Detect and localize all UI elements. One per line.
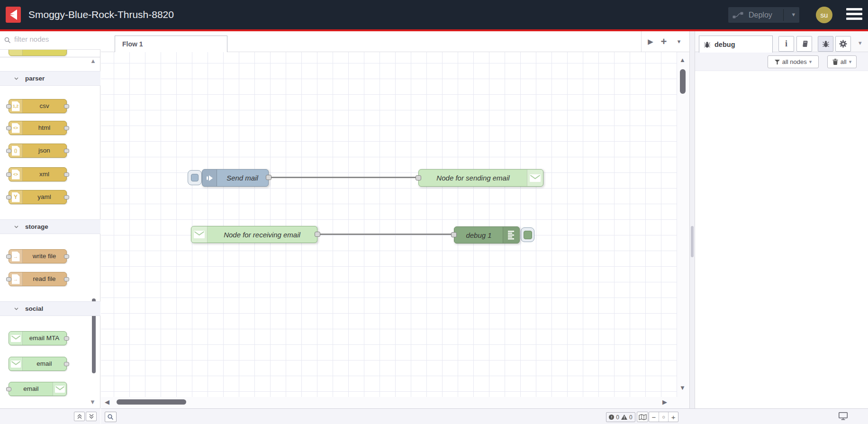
palette-node-xml[interactable]: <> xml [9,167,67,181]
zoom-controls: − ○ + [649,412,678,422]
filter-label: all nodes [782,58,807,65]
node-label: Send mail [217,170,268,186]
node-red-logo-icon [6,7,21,23]
filter-nodes-input[interactable] [13,35,96,44]
flow-list-chevron-button[interactable]: ▾ [671,31,687,52]
bug-icon [822,40,830,48]
tab-flow-1[interactable]: Flow 1 [115,36,227,53]
sidebar-tabs-chevron-icon[interactable]: ▾ [859,40,862,46]
sidebar-separator[interactable] [689,31,695,408]
minimap-button[interactable] [637,412,648,422]
info-icon: i [785,39,787,49]
map-icon [639,414,647,420]
open-window-button[interactable] [839,412,848,422]
input-port[interactable] [416,175,421,180]
flow-canvas[interactable] [101,52,689,398]
main-menu-button[interactable] [846,8,862,21]
palette-scroll-down-icon[interactable]: ▼ [90,399,96,405]
chevron-down-icon [14,226,18,228]
canvas-scroll-left-icon[interactable]: ◀ [105,399,109,405]
canvas-node-send-mail[interactable]: Send mail [202,169,269,187]
filter-icon [775,60,780,64]
tab-debug[interactable]: debug [699,36,773,53]
canvas-vscroll-track [677,52,689,398]
search-icon [108,414,114,420]
canvas-hscroll-track [101,397,689,408]
zoom-out-button[interactable]: − [649,412,659,422]
canvas-scroll-right-icon[interactable]: ▶ [662,399,667,405]
envelope-icon [191,226,208,243]
warning-icon [621,415,627,420]
envelope-icon [9,332,23,345]
zoom-reset-button[interactable]: ○ [659,412,669,422]
canvas-node-sending-email[interactable]: Node for sending email [418,169,543,187]
input-port [6,254,11,259]
palette-category-parser[interactable]: parser [0,71,100,86]
canvas-node-debug-1[interactable]: debug 1 [454,226,520,244]
palette-search [0,31,100,50]
page-title: Smoggy-Blue-Rock-Thrush-8820 [28,0,174,29]
inject-arrow-icon [202,170,217,186]
add-flow-button[interactable]: + [656,31,671,52]
user-avatar[interactable]: su [816,7,832,23]
envelope-icon [9,357,23,370]
node-label: Node for receiving email [207,226,317,243]
debug-filter-dropdown[interactable]: all nodes ▾ [768,55,819,68]
palette-category-social[interactable]: social [0,301,100,316]
zoom-in-button[interactable]: + [668,412,678,422]
output-port [64,149,69,153]
palette-node-yaml[interactable]: Y yaml [9,190,67,204]
palette-node-csv[interactable]: 1,2 csv [9,99,67,113]
tab-scroll-right-button[interactable]: ▶ [643,31,658,52]
debug-tab-label: debug [714,41,735,48]
search-icon [4,37,11,44]
palette-node-html[interactable]: <> html [9,121,67,135]
palette-node-write-file[interactable]: → write file [9,249,67,263]
expand-all-categories-button[interactable] [86,412,97,421]
debug-clear-dropdown[interactable]: all ▾ [827,55,857,68]
palette-divider [0,57,100,57]
canvas-scroll-down-icon[interactable]: ▼ [679,385,686,391]
config-nodes-tab-button[interactable] [835,36,851,52]
debug-tab-button[interactable] [818,36,833,52]
output-port [64,172,69,177]
deploy-button[interactable]: Deploy ▾ [728,7,799,23]
envelope-icon [527,170,543,186]
debug-message-list[interactable] [695,71,868,424]
input-port [6,149,11,153]
debug-sidebar: debug i [695,31,868,424]
wire-email-to-debug[interactable] [317,234,454,235]
canvas-hscrollbar-thumb[interactable] [117,399,186,405]
canvas-node-receiving-email[interactable]: Node for receiving email [191,226,317,243]
collapse-all-categories-button[interactable] [74,412,85,421]
chevron-down-icon [14,307,18,310]
debug-list-icon [503,227,519,243]
debug-toggle-button[interactable] [521,227,534,242]
palette-node-email-mta[interactable]: email MTA [9,331,67,345]
flow-tab-label: Flow 1 [122,36,227,52]
output-port[interactable] [315,232,320,237]
canvas-vscrollbar-thumb[interactable] [680,69,686,94]
input-port [6,172,11,177]
envelope-icon [53,382,66,396]
canvas-scroll-up-icon[interactable]: ▲ [679,57,686,63]
notification-counts[interactable]: ! 0 0 [606,412,635,422]
palette-node-json[interactable]: {} json [9,144,67,158]
wire-inject-to-email[interactable] [269,177,418,178]
input-port[interactable] [451,232,457,237]
help-tab-button[interactable] [796,36,812,52]
deploy-chevron-icon[interactable]: ▾ [792,11,795,18]
bug-icon [704,41,711,48]
palette-node-email-out[interactable]: email [9,382,67,396]
palette-node-email-in[interactable]: email [9,357,67,371]
palette-scroll-up-icon[interactable]: ▲ [90,58,96,64]
inject-trigger-button[interactable] [188,170,202,185]
palette-node-read-file[interactable]: → read file [9,272,67,286]
separator-grabber[interactable] [691,226,694,257]
gear-icon [839,40,847,48]
info-tab-button[interactable]: i [778,36,794,52]
search-flows-button[interactable] [105,412,117,422]
output-port[interactable] [266,175,271,180]
monitor-icon [839,412,848,420]
palette-category-storage[interactable]: storage [0,219,100,234]
